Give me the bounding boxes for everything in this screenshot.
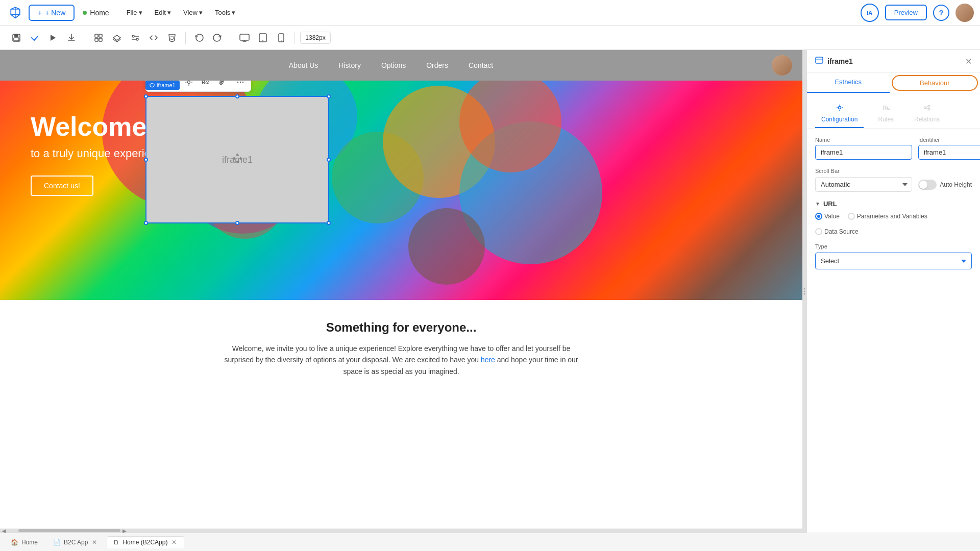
auto-height-toggle[interactable]	[918, 180, 937, 190]
identifier-input[interactable]	[918, 145, 980, 160]
canvas-resize-handle[interactable]	[802, 50, 806, 533]
tab-home-b2capp[interactable]: 🗋 Home (B2CApp) ✕	[107, 536, 184, 548]
section-link[interactable]: here	[481, 356, 495, 364]
new-button[interactable]: + + New	[29, 5, 75, 21]
save-icon[interactable]	[8, 30, 24, 46]
handle-bc[interactable]	[235, 221, 239, 225]
svg-point-17	[237, 82, 238, 83]
scroll-left-arrow[interactable]: ◀	[0, 529, 8, 533]
svg-point-19	[242, 82, 243, 83]
home-b2capp-close-icon[interactable]: ✕	[170, 539, 178, 546]
nav-item-options[interactable]: Options	[381, 61, 406, 69]
handle-ml[interactable]	[144, 158, 148, 162]
svg-point-21	[804, 291, 805, 292]
tab-behaviour[interactable]: Behaviour	[892, 75, 978, 91]
radio-params[interactable]: Parameters and Variables	[848, 213, 927, 220]
rules-icon: Rω	[882, 104, 890, 114]
chevron-down-icon: ▾	[139, 9, 142, 16]
panel-close-icon[interactable]: ✕	[965, 57, 972, 66]
settings-tool-icon[interactable]	[182, 81, 196, 89]
handle-tl[interactable]	[144, 94, 148, 98]
scroll-select-row: Automatic Auto Height	[815, 177, 972, 192]
radio-datasource[interactable]: Data Source	[815, 228, 859, 235]
edit-menu[interactable]: Edit ▾	[150, 6, 176, 19]
panel-content: Name Identifier Scroll Bar Automatic	[807, 129, 980, 533]
scroll-right-arrow[interactable]: ▶	[120, 529, 129, 533]
logo[interactable]	[6, 4, 24, 22]
nav-item-about[interactable]: About Us	[289, 61, 318, 69]
width-display: 1382px	[300, 32, 331, 44]
toolbar-sep-3	[231, 32, 231, 44]
main-area: About Us History Options Orders Contact	[0, 50, 980, 533]
handle-br[interactable]	[327, 221, 331, 225]
more-tool-icon[interactable]	[233, 81, 248, 89]
home-label: Home	[79, 9, 113, 17]
svg-point-18	[240, 82, 241, 83]
nav-item-history[interactable]: History	[338, 61, 361, 69]
handle-mr[interactable]	[327, 158, 331, 162]
handle-tr[interactable]	[327, 94, 331, 98]
radio-value[interactable]: Value	[815, 213, 840, 220]
url-chevron-icon: ▼	[815, 201, 820, 207]
code-icon[interactable]	[145, 30, 162, 46]
svg-point-15	[188, 81, 190, 84]
mobile-icon[interactable]	[273, 30, 289, 46]
new-button-label: + New	[45, 9, 65, 17]
panel-title-row: iframe1	[815, 56, 853, 66]
tab-b2c-app[interactable]: 📄 B2C App ✕	[46, 536, 105, 548]
chevron-down-icon: ▾	[167, 9, 171, 16]
home-tab-icon: 🏠	[11, 539, 18, 546]
site-nav-avatar[interactable]	[772, 55, 792, 76]
iframe-tag[interactable]: iframe1	[145, 81, 180, 90]
view-menu[interactable]: View ▾	[178, 6, 208, 19]
tools-menu[interactable]: Tools ▾	[210, 6, 240, 19]
url-header[interactable]: ▼ URL	[815, 200, 972, 208]
user-avatar[interactable]	[955, 4, 974, 22]
filter-icon[interactable]	[127, 30, 143, 46]
desktop-icon[interactable]	[236, 30, 253, 46]
top-bar: + + New Home File ▾ Edit ▾ View ▾ Tools …	[0, 0, 980, 26]
tab-home[interactable]: 🏠 Home	[4, 536, 44, 548]
name-input[interactable]	[815, 145, 912, 160]
file-menu[interactable]: File ▾	[121, 6, 148, 19]
sub-tab-configuration[interactable]: Configuration	[815, 99, 864, 128]
layers-icon[interactable]	[109, 30, 125, 46]
toolbar: 1382px	[0, 26, 980, 50]
nav-item-contact[interactable]: Contact	[469, 61, 493, 69]
type-select[interactable]: Select	[815, 253, 972, 269]
check-icon[interactable]	[27, 30, 43, 46]
export-icon[interactable]	[63, 30, 80, 46]
sub-tab-relations[interactable]: Relations	[908, 99, 946, 128]
type-select-wrapper: Select	[815, 253, 972, 269]
html-icon[interactable]	[164, 30, 180, 46]
link-tool-icon[interactable]	[214, 81, 229, 89]
contact-button[interactable]: Contact us!	[31, 176, 93, 196]
scroll-bar-select[interactable]: Automatic	[815, 177, 912, 192]
tab-esthetics[interactable]: Esthetics	[807, 73, 890, 93]
grid-icon[interactable]	[90, 30, 107, 46]
scrollbar-thumb[interactable]	[18, 529, 120, 532]
iframe-element[interactable]: Rω ifra	[145, 96, 329, 223]
play-icon[interactable]	[45, 30, 61, 46]
canvas-scrollbar[interactable]: ◀ ▶	[0, 529, 802, 533]
rx-tool-icon[interactable]: Rω	[198, 81, 212, 89]
help-button[interactable]: ?	[933, 5, 949, 21]
svg-rect-10	[240, 34, 249, 40]
home-b2c-tab-icon: 🗋	[113, 539, 119, 546]
handle-tc[interactable]	[235, 94, 239, 98]
svg-rect-23	[816, 57, 823, 63]
tablet-icon[interactable]	[255, 30, 271, 46]
scroll-bar-label: Scroll Bar	[815, 168, 972, 174]
svg-point-9	[136, 38, 138, 40]
redo-icon[interactable]	[209, 30, 226, 46]
ia-button[interactable]: IA	[861, 4, 879, 22]
radio-circle-value	[815, 213, 822, 220]
nav-item-orders[interactable]: Orders	[426, 61, 448, 69]
preview-button[interactable]: Preview	[885, 5, 927, 20]
sub-tab-rules[interactable]: Rω Rules	[872, 99, 900, 128]
undo-icon[interactable]	[191, 30, 207, 46]
b2c-app-close-icon[interactable]: ✕	[91, 539, 98, 546]
handle-bl[interactable]	[144, 221, 148, 225]
hero-content: Welcome to a truly unique experience Con…	[0, 81, 802, 227]
configuration-icon	[836, 104, 844, 114]
